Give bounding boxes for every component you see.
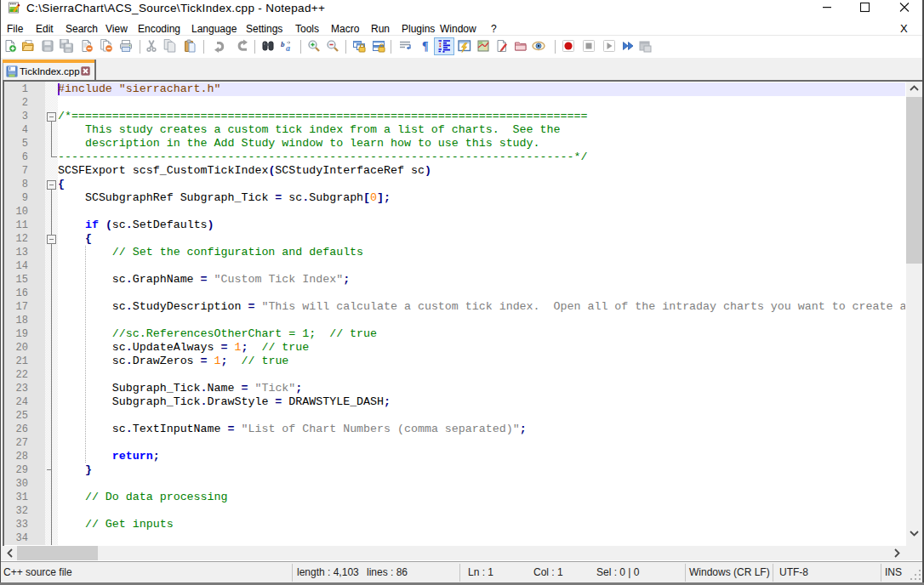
svg-text:¶: ¶ [422,40,429,53]
svg-text:b: b [281,40,285,48]
svg-text:a: a [286,43,290,53]
